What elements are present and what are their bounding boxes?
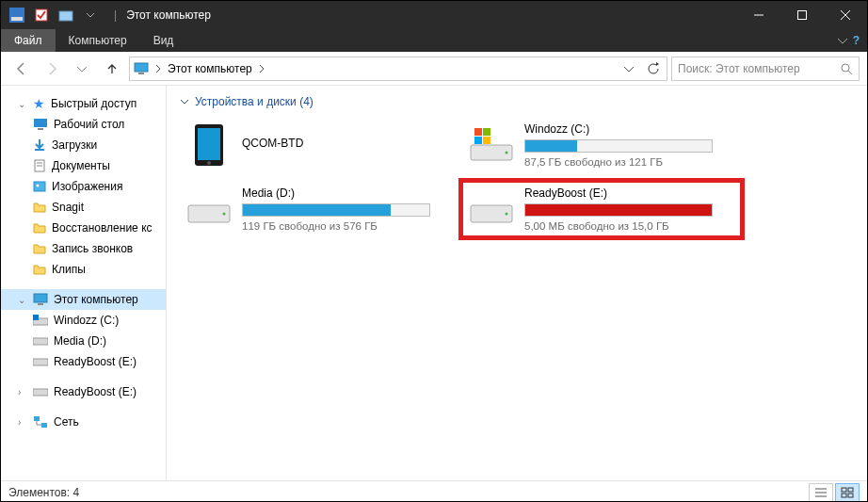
svg-rect-26 — [33, 389, 48, 396]
svg-rect-1 — [11, 17, 23, 21]
svg-rect-21 — [38, 303, 43, 305]
svg-rect-48 — [848, 494, 853, 497]
sidebar-item-downloads[interactable]: Загрузки — [1, 135, 166, 155]
menu-bar: Файл Компьютер Вид ? — [1, 29, 867, 52]
close-button[interactable] — [824, 1, 867, 29]
drive-icon — [185, 186, 233, 233]
app-icon[interactable] — [7, 5, 27, 25]
sidebar-item-recovery[interactable]: Восстановление кс — [1, 218, 166, 238]
svg-rect-12 — [34, 119, 47, 127]
address-dropdown-button[interactable] — [619, 57, 638, 80]
downloads-icon — [33, 138, 46, 152]
sidebar-item-snagit[interactable]: Snagit — [1, 197, 166, 218]
sidebar-item-clips[interactable]: Клипы — [1, 259, 166, 280]
qat-properties-icon[interactable] — [31, 5, 52, 25]
status-element-count: Элементов: 4 — [8, 486, 79, 499]
documents-icon — [33, 159, 46, 172]
view-details-button[interactable] — [809, 483, 833, 502]
help-icon[interactable]: ? — [853, 34, 860, 47]
sidebar-this-pc[interactable]: ⌄ Этот компьютер — [1, 289, 166, 310]
device-tile[interactable]: QCOM-BTD — [180, 118, 458, 172]
view-tiles-button[interactable] — [835, 483, 860, 502]
svg-point-37 — [506, 152, 508, 154]
device-subtext: 87,5 ГБ свободно из 121 ГБ — [524, 156, 735, 168]
sidebar-item-call-recording[interactable]: Запись звонков — [1, 238, 166, 259]
desktop-icon — [33, 118, 48, 131]
address-bar[interactable]: Этот компьютер — [129, 57, 667, 81]
sidebar-quick-access[interactable]: ⌄ ★ Быстрый доступ — [1, 93, 166, 114]
nav-up-button[interactable] — [99, 57, 125, 81]
nav-recent-dropdown[interactable] — [69, 57, 95, 81]
svg-rect-46 — [848, 488, 853, 492]
device-tile[interactable]: Windozz (C:)87,5 ГБ свободно из 121 ГБ — [462, 118, 741, 172]
svg-rect-13 — [38, 128, 43, 130]
search-box[interactable]: Поиск: Этот компьютер — [671, 57, 860, 81]
ribbon-expand-icon[interactable] — [838, 36, 847, 45]
refresh-button[interactable] — [644, 57, 663, 80]
device-name: Media (D:) — [242, 186, 453, 200]
drive-icon — [468, 186, 515, 233]
svg-rect-20 — [34, 294, 47, 302]
nav-forward-button[interactable] — [39, 57, 65, 81]
phone-icon — [185, 121, 233, 169]
device-subtext: 5,00 МБ свободно из 15,0 ГБ — [524, 220, 735, 232]
group-header-devices[interactable]: Устройства и диски (4) — [180, 95, 854, 108]
nav-back-button[interactable] — [8, 57, 35, 81]
device-tile[interactable]: ReadyBoost (E:)5,00 МБ свободно из 15,0 … — [462, 182, 741, 236]
qat-new-folder-icon[interactable] — [56, 5, 76, 25]
folder-icon — [33, 202, 46, 213]
device-name: Windozz (C:) — [524, 122, 735, 136]
svg-point-39 — [223, 213, 226, 216]
chevron-down-icon[interactable]: ⌄ — [18, 99, 27, 109]
sidebar-drive-c[interactable]: Windozz (C:) — [1, 310, 166, 331]
chevron-right-icon[interactable]: › — [18, 387, 27, 397]
drive-icon — [33, 387, 48, 397]
folder-icon — [33, 264, 46, 275]
device-tile[interactable]: Media (D:)119 ГБ свободно из 576 ГБ — [180, 182, 458, 236]
group-header-label: Устройства и диски (4) — [195, 95, 313, 108]
svg-rect-8 — [135, 63, 148, 72]
device-info: QCOM-BTD — [242, 137, 453, 154]
breadcrumb-chevron-icon[interactable] — [258, 64, 265, 73]
address-chevron-icon[interactable] — [154, 64, 162, 73]
minimize-button[interactable] — [737, 1, 780, 29]
sidebar-item-documents[interactable]: Документы — [1, 155, 166, 176]
svg-rect-23 — [33, 315, 39, 320]
svg-point-41 — [506, 213, 508, 216]
breadcrumb-this-pc[interactable]: Этот компьютер — [168, 62, 252, 75]
quick-access-toolbar — [1, 5, 106, 25]
maximize-button[interactable] — [780, 1, 824, 29]
main-area: ⌄ ★ Быстрый доступ Рабочий стол Загрузки… — [1, 86, 867, 480]
sidebar-network[interactable]: › Сеть — [1, 412, 166, 432]
svg-rect-35 — [474, 137, 482, 144]
sidebar-drive-d[interactable]: Media (D:) — [1, 331, 166, 351]
svg-rect-27 — [34, 416, 40, 421]
drive-os-icon — [468, 121, 515, 169]
menu-view[interactable]: Вид — [140, 29, 187, 52]
svg-rect-28 — [41, 423, 47, 428]
device-subtext: 119 ГБ свободно из 576 ГБ — [242, 220, 453, 232]
svg-rect-24 — [33, 338, 48, 345]
navigation-bar: Этот компьютер Поиск: Этот компьютер — [1, 52, 867, 86]
chevron-down-icon[interactable] — [180, 97, 189, 106]
capacity-bar — [524, 203, 713, 217]
window-title: Этот компьютер — [124, 8, 737, 22]
svg-rect-36 — [483, 137, 490, 144]
svg-rect-18 — [34, 182, 45, 191]
sidebar-item-desktop[interactable]: Рабочий стол — [1, 114, 166, 135]
qat-dropdown[interactable] — [80, 5, 101, 25]
capacity-bar — [242, 203, 430, 217]
chevron-right-icon[interactable]: › — [18, 417, 27, 428]
search-icon[interactable] — [840, 62, 853, 75]
svg-line-11 — [848, 71, 852, 74]
sidebar-drive-e[interactable]: ReadyBoost (E:) — [1, 351, 166, 372]
pictures-icon — [33, 180, 46, 193]
chevron-down-icon[interactable]: ⌄ — [18, 295, 27, 305]
sidebar-readyboost[interactable]: › ReadyBoost (E:) — [1, 381, 166, 402]
menu-computer[interactable]: Компьютер — [56, 29, 140, 52]
network-icon — [33, 415, 48, 429]
drive-icon — [33, 336, 48, 346]
svg-rect-30 — [198, 128, 220, 160]
menu-file[interactable]: Файл — [1, 29, 56, 52]
sidebar-item-pictures[interactable]: Изображения — [1, 176, 166, 197]
